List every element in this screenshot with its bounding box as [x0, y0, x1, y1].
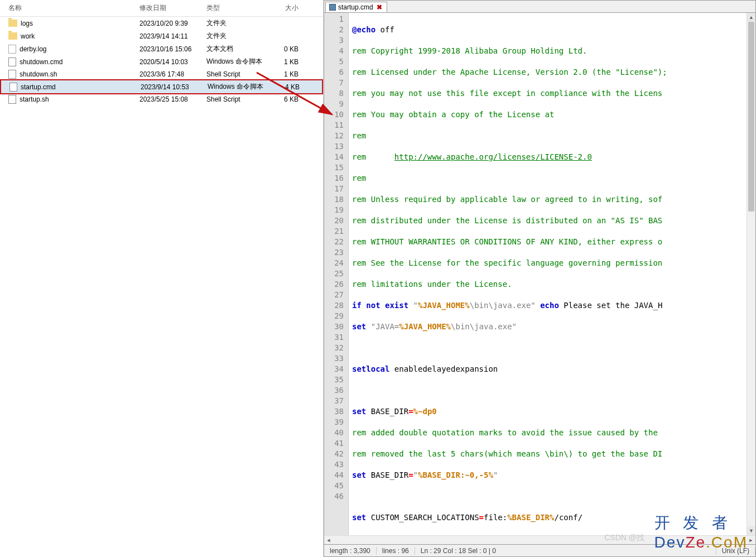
editor-pane: startup.cmd ✖ 12345678910111213141516171…: [324, 0, 756, 557]
header-type[interactable]: 类型: [206, 3, 268, 13]
scroll-thumb[interactable]: [748, 22, 754, 212]
file-date: 2023/3/6 17:48: [139, 70, 206, 78]
status-length: length : 3,390: [324, 547, 377, 555]
file-row[interactable]: startup.sh2023/5/25 15:08Shell Script6 K…: [0, 93, 323, 105]
file-type: Windows 命令脚本: [206, 57, 268, 66]
file-name: shutdown.sh: [20, 70, 57, 78]
folder-icon: [8, 32, 17, 40]
file-name: work: [21, 32, 35, 40]
cmd-icon: [9, 83, 17, 92]
file-size: 4 KB: [269, 83, 308, 91]
file-row[interactable]: shutdown.sh2023/3/6 17:48Shell Script1 K…: [0, 68, 323, 80]
file-name: shutdown.cmd: [20, 58, 62, 66]
file-icon: [8, 45, 16, 54]
file-date: 2023/9/14 10:53: [141, 83, 208, 91]
file-date: 2023/9/14 14:11: [139, 32, 206, 40]
file-name: startup.cmd: [21, 83, 56, 91]
file-row[interactable]: shutdown.cmd2020/5/14 10:03Windows 命令脚本1…: [0, 55, 323, 68]
tab-label: startup.cmd: [338, 3, 373, 11]
file-type: Shell Script: [206, 70, 268, 78]
header-date[interactable]: 修改日期: [139, 3, 206, 13]
file-list-header: 名称 修改日期 类型 大小: [0, 0, 323, 17]
vertical-scrollbar[interactable]: ▲ ▼: [747, 13, 755, 535]
folder-icon: [8, 20, 17, 27]
cmd-icon: [8, 57, 16, 66]
header-size[interactable]: 大小: [268, 3, 307, 13]
file-row[interactable]: derby.log2023/10/16 15:06文本文档0 KB: [0, 42, 323, 55]
file-explorer: 名称 修改日期 类型 大小 logs2023/10/20 9:39文件夹work…: [0, 0, 324, 557]
scroll-left-icon[interactable]: ◄: [324, 536, 333, 545]
watermark-csdn: CSDN @找: [604, 533, 644, 543]
file-row[interactable]: startup.cmd2023/9/14 10:53Windows 命令脚本4 …: [0, 79, 323, 94]
scroll-down-icon[interactable]: ▼: [747, 526, 755, 535]
file-date: 2023/10/16 15:06: [139, 45, 206, 53]
file-type: Windows 命令脚本: [208, 82, 269, 92]
code-editor[interactable]: @echo off rem Copyright 1999-2018 Alibab…: [349, 13, 747, 535]
tab-bar: startup.cmd ✖: [324, 1, 755, 13]
file-type: 文本文档: [206, 44, 268, 54]
file-size: 0 KB: [268, 45, 307, 53]
cmd-icon: [8, 95, 16, 104]
file-icon: [329, 4, 336, 11]
file-list[interactable]: logs2023/10/20 9:39文件夹work2023/9/14 14:1…: [0, 17, 323, 105]
file-name: derby.log: [20, 45, 46, 53]
file-date: 2023/10/20 9:39: [139, 20, 206, 27]
file-type: Shell Script: [206, 95, 268, 103]
file-name: logs: [21, 20, 33, 27]
watermark-devze: 开 发 者 DevZe.CoM: [654, 512, 748, 551]
cmd-icon: [8, 70, 16, 79]
header-name[interactable]: 名称: [0, 3, 139, 13]
file-date: 2023/5/25 15:08: [139, 95, 206, 103]
file-size: 1 KB: [268, 58, 307, 66]
file-size: 6 KB: [268, 95, 307, 103]
status-lines: lines : 96: [377, 547, 415, 555]
file-type: 文件夹: [206, 31, 268, 41]
scroll-up-icon[interactable]: ▲: [747, 13, 755, 22]
file-type: 文件夹: [206, 18, 268, 28]
file-name: startup.sh: [20, 95, 49, 103]
file-row[interactable]: work2023/9/14 14:11文件夹: [0, 30, 323, 42]
tab-startup-cmd[interactable]: startup.cmd ✖: [325, 2, 387, 12]
file-row[interactable]: logs2023/10/20 9:39文件夹: [0, 17, 323, 30]
line-gutter: 1234567891011121314151617181920212223242…: [324, 13, 349, 535]
tab-close-icon[interactable]: ✖: [375, 3, 383, 11]
file-size: 1 KB: [268, 70, 307, 78]
file-date: 2020/5/14 10:03: [139, 58, 206, 66]
scroll-right-icon[interactable]: ►: [747, 536, 755, 545]
